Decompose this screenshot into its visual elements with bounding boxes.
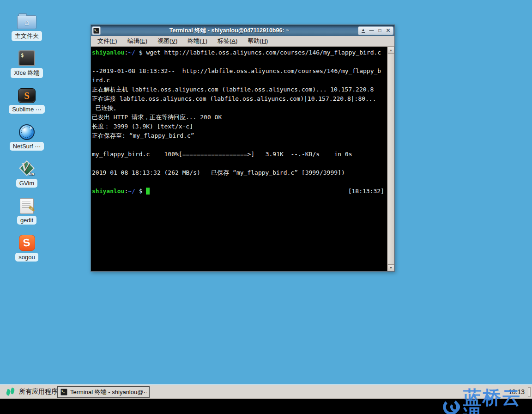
close-button[interactable]: ✕ (385, 27, 392, 34)
desktop-icon-gedit[interactable]: ✎gedit (5, 196, 49, 225)
terminal-window: $_ Terminal 终端 - shiyanlou@047112910b96:… (91, 24, 395, 272)
terminal-icon: $_ (60, 389, 67, 396)
terminal-line: ird.c (92, 76, 387, 85)
home-folder-icon: ⌂ (17, 15, 36, 29)
bottom-strip (0, 399, 532, 414)
terminal-line: 正在连接 labfile.oss.aliyuncs.com (labfile.o… (92, 94, 387, 104)
vim-icon: Vim (18, 160, 36, 177)
terminal-line: 正在解析主机 labfile.oss.aliyuncs.com (labfile… (92, 85, 387, 94)
desktop-icon-label: gedit (17, 216, 36, 225)
desktop-icon-label: GVim (16, 179, 37, 188)
shiyanlou-logo-icon (6, 387, 15, 396)
desktop-icon-xfce-terminal[interactable]: $_Xfce 终端 (5, 49, 49, 78)
taskbar: 所有应用程序 $_ Terminal 终端 - shiyanlou@··· 18… (0, 384, 532, 399)
desktop-icon-label: Sublime ··· (9, 105, 45, 114)
terminal-line: 长度： 3999 (3.9K) [text/x-c] (92, 122, 387, 131)
desktop-icon-label: NetSurf ··· (10, 142, 44, 151)
terminal-line: 正在保存至: “my_flappy_bird.c” (92, 131, 387, 140)
window-controls: ▲—□✕ (358, 26, 393, 35)
desktop-icon-home-folder[interactable]: ⌂主文件夹 (5, 12, 49, 41)
menu-a[interactable]: 标签(A) (218, 37, 237, 45)
terminal-icon: $_ (93, 28, 99, 34)
all-applications-button[interactable]: 所有应用程序 (4, 385, 60, 399)
window-title: Terminal 终端 - shiyanlou@047112910b96: ~ (103, 27, 356, 35)
menu-h[interactable]: 帮助(H) (248, 37, 268, 45)
scroll-up-icon[interactable]: ▲ (387, 47, 394, 54)
menu-f[interactable]: 文件(F) (97, 37, 117, 45)
maximize-button[interactable]: □ (376, 27, 383, 34)
desktop-icon-label: 主文件夹 (12, 31, 42, 41)
window-menu-button[interactable]: $_ (92, 26, 101, 35)
menu-v[interactable]: 视图(V) (157, 37, 177, 45)
scroll-down-icon[interactable]: ▼ (387, 264, 394, 271)
sublime-icon: S (18, 88, 36, 103)
terminal-line: 2019-01-08 18:13:32 (262 MB/s) - 已保存 “my… (92, 168, 387, 177)
terminal-line: my_flappy_bird.c 100%[==================… (92, 150, 387, 159)
titlebar[interactable]: $_ Terminal 终端 - shiyanlou@047112910b96:… (91, 25, 394, 36)
gedit-icon: ✎ (20, 198, 34, 214)
shade-button[interactable]: ▲ (360, 27, 367, 34)
desktop-icon-sogou[interactable]: Ssogou (5, 233, 49, 262)
scrollbar[interactable]: ▲ ▼ (387, 47, 394, 271)
globe-icon: ✳ (19, 124, 35, 140)
terminal-line (92, 177, 387, 187)
terminal-line: shiyanlou:~/ $ [18:13:32] (92, 187, 387, 196)
terminal-line: 已发出 HTTP 请求，正在等待回应... 200 OK (92, 113, 387, 122)
all-applications-label: 所有应用程序 (19, 388, 58, 396)
terminal-line (92, 159, 387, 168)
terminal-line: 已连接。 (92, 104, 387, 113)
desktop-icon-label: sogou (15, 253, 38, 262)
panel-handle[interactable] (528, 387, 531, 397)
terminal-line (92, 57, 387, 67)
sogou-icon: S (19, 235, 35, 251)
desktop-icon-sublime[interactable]: SSublime ··· (5, 85, 49, 114)
task-button-label: Terminal 终端 - shiyanlou@··· (70, 388, 146, 396)
desktop-icon-label: Xfce 终端 (11, 68, 43, 78)
taskbar-terminal-button[interactable]: $_ Terminal 终端 - shiyanlou@··· (57, 386, 150, 398)
menubar: 文件(F)编辑(E)视图(V)终端(T)标签(A)帮助(H) (91, 36, 394, 47)
terminal-line (92, 140, 387, 150)
terminal-icon: $_ (18, 50, 35, 66)
scrollbar-thumb[interactable] (387, 54, 394, 264)
clock: 18:13 (508, 385, 525, 399)
minimize-button[interactable]: — (368, 27, 375, 34)
menu-t[interactable]: 终端(T) (187, 37, 207, 45)
desktop-icon-gvim[interactable]: VimGVim (5, 159, 49, 188)
menu-e[interactable]: 编辑(E) (127, 37, 147, 45)
desktop-icon-netsurf[interactable]: ✳NetSurf ··· (5, 122, 49, 151)
terminal-line: shiyanlou:~/ $ wget http://labfile.oss.a… (92, 48, 387, 57)
terminal-output[interactable]: shiyanlou:~/ $ wget http://labfile.oss.a… (91, 47, 387, 271)
terminal-line: --2019-01-08 18:13:32-- http://labfile.o… (92, 67, 387, 76)
